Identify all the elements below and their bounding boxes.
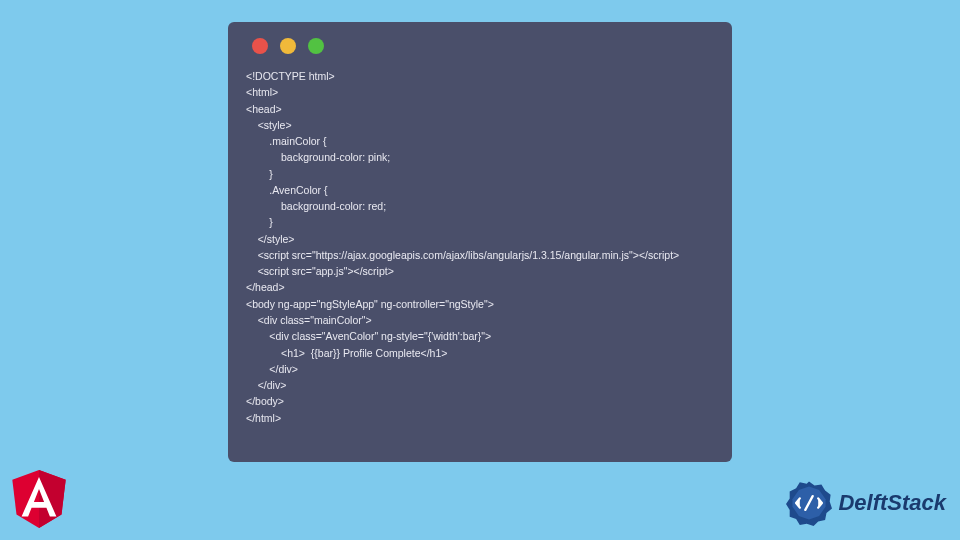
close-icon[interactable] (252, 38, 268, 54)
minimize-icon[interactable] (280, 38, 296, 54)
delftstack-badge-icon (786, 480, 832, 526)
maximize-icon[interactable] (308, 38, 324, 54)
traffic-lights (252, 38, 714, 54)
code-window: <!DOCTYPE html> <html> <head> <style> .m… (228, 22, 732, 462)
delftstack-text: DelftStack (838, 490, 946, 516)
code-content: <!DOCTYPE html> <html> <head> <style> .m… (246, 68, 714, 426)
delftstack-logo: DelftStack (786, 480, 946, 526)
angular-logo-icon (10, 468, 68, 530)
